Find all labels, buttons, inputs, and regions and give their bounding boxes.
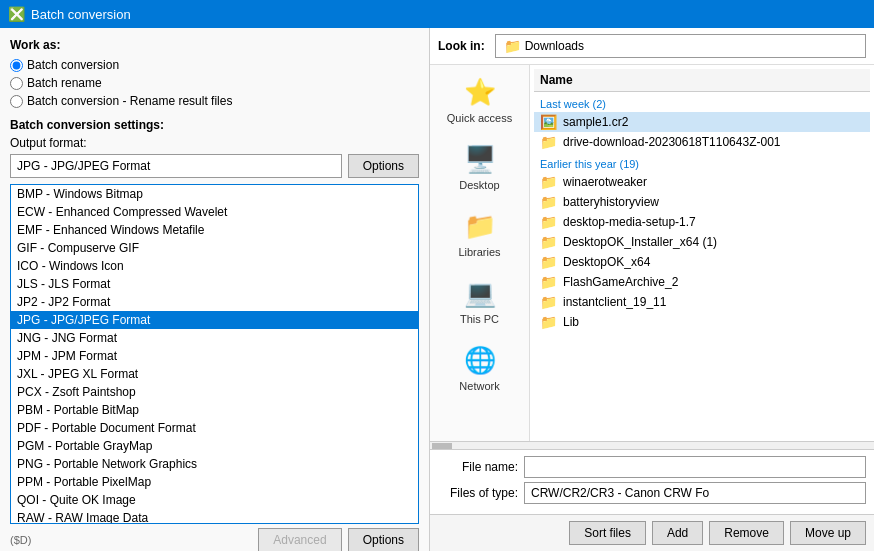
network-label: Network <box>459 380 499 392</box>
dropdown-item-jls[interactable]: JLS - JLS Format <box>11 275 418 293</box>
dropdown-item-gif[interactable]: GIF - Compuserve GIF <box>11 239 418 257</box>
options-button[interactable]: Options <box>348 154 419 178</box>
remove-button[interactable]: Remove <box>709 521 784 545</box>
batch-conversion-radio-group: Batch conversion <box>10 58 419 72</box>
file-item-desktop-media[interactable]: 📁 desktop-media-setup-1.7 <box>534 212 870 232</box>
batch-conversion-radio[interactable] <box>10 59 23 72</box>
dropdown-item-pdf[interactable]: PDF - Portable Document Format <box>11 419 418 437</box>
batch-rename-label[interactable]: Batch rename <box>27 76 102 90</box>
scroll-thumb[interactable] <box>432 443 452 449</box>
batch-conversion-rename-label[interactable]: Batch conversion - Rename result files <box>27 94 232 108</box>
files-of-type-row: Files of type: <box>438 482 866 504</box>
file-item-instantclient[interactable]: 📁 instantclient_19_11 <box>534 292 870 312</box>
libraries-icon: 📁 <box>464 211 496 242</box>
sidebar-item-network[interactable]: 🌐 Network <box>440 341 520 396</box>
files-of-type-label: Files of type: <box>438 486 518 500</box>
dropdown-item-pcx[interactable]: PCX - Zsoft Paintshop <box>11 383 418 401</box>
sidebar-item-desktop[interactable]: 🖥️ Desktop <box>440 140 520 195</box>
dropdown-item-png[interactable]: PNG - Portable Network Graphics <box>11 455 418 473</box>
look-in-bar: Look in: 📁 Downloads <box>430 28 874 65</box>
bottom-section: File name: Files of type: <box>430 449 874 514</box>
second-options-button[interactable]: Options <box>348 528 419 551</box>
dropdown-item-raw[interactable]: RAW - RAW Image Data <box>11 509 418 524</box>
date-group-earlier-this-year: Earlier this year (19) <box>534 156 870 172</box>
sidebar-item-libraries[interactable]: 📁 Libraries <box>440 207 520 262</box>
folder-icon-desktopok-x64: 📁 <box>540 254 557 270</box>
file-area: ⭐ Quick access 🖥️ Desktop 📁 Libraries 💻 … <box>430 65 874 441</box>
dropdown-item-qoi[interactable]: QOI - Quite OK Image <box>11 491 418 509</box>
desktop-icon: 🖥️ <box>464 144 496 175</box>
file-name-desktop-media: desktop-media-setup-1.7 <box>563 215 696 229</box>
sidebar-item-this-pc[interactable]: 💻 This PC <box>440 274 520 329</box>
file-item-winaerotweaker[interactable]: 📁 winaerotweaker <box>534 172 870 192</box>
file-item-sample1cr2[interactable]: 🖼️ sample1.cr2 <box>534 112 870 132</box>
batch-conversion-rename-radio[interactable] <box>10 95 23 108</box>
batch-conversion-label[interactable]: Batch conversion <box>27 58 119 72</box>
dropdown-item-ecw[interactable]: ECW - Enhanced Compressed Wavelet <box>11 203 418 221</box>
file-item-drive-download[interactable]: 📁 drive-download-20230618T110643Z-001 <box>534 132 870 152</box>
desktop-label: Desktop <box>459 179 499 191</box>
folder-icon-instantclient: 📁 <box>540 294 557 310</box>
right-bottom: File name: Files of type: Sort files Add… <box>430 449 874 551</box>
format-select[interactable]: JPG - JPG/JPEG Format <box>10 154 342 178</box>
file-item-lib[interactable]: 📁 Lib <box>534 312 870 332</box>
file-name-drive-download: drive-download-20230618T110643Z-001 <box>563 135 781 149</box>
sidebar-item-quick-access[interactable]: ⭐ Quick access <box>440 73 520 128</box>
bottom-options-placeholder: ($D) <box>10 534 31 546</box>
look-in-value: Downloads <box>525 39 584 53</box>
dropdown-item-ppm[interactable]: PPM - Portable PixelMap <box>11 473 418 491</box>
file-name-batteryhistoryview: batteryhistoryview <box>563 195 659 209</box>
folder-icon-desktop-media: 📁 <box>540 214 557 230</box>
batch-conversion-rename-radio-group: Batch conversion - Rename result files <box>10 94 419 108</box>
look-in-select[interactable]: 📁 Downloads <box>495 34 866 58</box>
sidebar: ⭐ Quick access 🖥️ Desktop 📁 Libraries 💻 … <box>430 65 530 441</box>
file-name-lib: Lib <box>563 315 579 329</box>
format-select-wrapper: JPG - JPG/JPEG Format <box>10 154 342 178</box>
dropdown-item-bmp[interactable]: BMP - Windows Bitmap <box>11 185 418 203</box>
batch-rename-radio[interactable] <box>10 77 23 90</box>
app-icon: ❎ <box>8 6 25 22</box>
look-in-label: Look in: <box>438 39 485 53</box>
file-name-sample1cr2: sample1.cr2 <box>563 115 628 129</box>
file-item-desktopok-installer[interactable]: 📁 DesktopOK_Installer_x64 (1) <box>534 232 870 252</box>
file-item-batteryhistoryview[interactable]: 📁 batteryhistoryview <box>534 192 870 212</box>
dropdown-item-pbm[interactable]: PBM - Portable BitMap <box>11 401 418 419</box>
format-row: JPG - JPG/JPEG Format Options <box>10 154 419 178</box>
quick-access-label: Quick access <box>447 112 512 124</box>
move-up-button[interactable]: Move up <box>790 521 866 545</box>
advanced-button[interactable]: Advanced <box>258 528 341 551</box>
file-name-instantclient: instantclient_19_11 <box>563 295 666 309</box>
this-pc-icon: 💻 <box>464 278 496 309</box>
dropdown-item-jpg[interactable]: JPG - JPG/JPEG Format <box>11 311 418 329</box>
libraries-label: Libraries <box>458 246 500 258</box>
title-bar: ❎ Batch conversion <box>0 0 874 28</box>
dropdown-item-pgm[interactable]: PGM - Portable GrayMap <box>11 437 418 455</box>
dropdown-item-emf[interactable]: EMF - Enhanced Windows Metafile <box>11 221 418 239</box>
folder-icon-flashgame: 📁 <box>540 274 557 290</box>
add-button[interactable]: Add <box>652 521 703 545</box>
batch-rename-radio-group: Batch rename <box>10 76 419 90</box>
folder-icon-drive: 📁 <box>540 134 557 150</box>
right-panel: Look in: 📁 Downloads ⭐ Quick access 🖥️ D… <box>430 28 874 551</box>
network-icon: 🌐 <box>464 345 496 376</box>
folder-icon-winaero: 📁 <box>540 174 557 190</box>
dropdown-item-jng[interactable]: JNG - JNG Format <box>11 329 418 347</box>
file-name-desktopok-x64: DesktopOK_x64 <box>563 255 650 269</box>
file-name-winaerotweaker: winaerotweaker <box>563 175 647 189</box>
dropdown-item-jp2[interactable]: JP2 - JP2 Format <box>11 293 418 311</box>
title-bar-text: Batch conversion <box>31 7 131 22</box>
files-of-type-input[interactable] <box>524 482 866 504</box>
sort-files-button[interactable]: Sort files <box>569 521 646 545</box>
this-pc-label: This PC <box>460 313 499 325</box>
file-name-input[interactable] <box>524 456 866 478</box>
horizontal-scrollbar[interactable] <box>430 441 874 449</box>
file-name-label: File name: <box>438 460 518 474</box>
dropdown-item-jpm[interactable]: JPM - JPM Format <box>11 347 418 365</box>
file-item-desktopok-x64[interactable]: 📁 DesktopOK_x64 <box>534 252 870 272</box>
folder-icon-lib: 📁 <box>540 314 557 330</box>
quick-access-icon: ⭐ <box>464 77 496 108</box>
file-item-flashgame[interactable]: 📁 FlashGameArchive_2 <box>534 272 870 292</box>
dropdown-item-jxl[interactable]: JXL - JPEG XL Format <box>11 365 418 383</box>
dropdown-item-ico[interactable]: ICO - Windows Icon <box>11 257 418 275</box>
image-file-icon: 🖼️ <box>540 114 557 130</box>
